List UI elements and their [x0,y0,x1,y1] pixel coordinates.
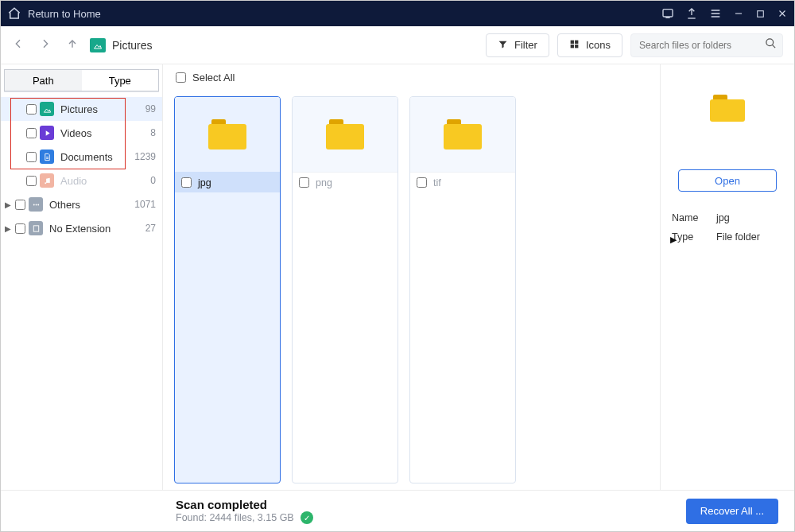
folder-thumb [175,97,280,172]
sidebar-item-count: 1239 [134,151,156,162]
main-panel: Select All jpg [163,64,661,490]
search-box[interactable] [630,33,783,57]
search-icon[interactable] [765,37,777,52]
menu-icon[interactable] [709,7,722,20]
app-window: Return to Home Pictures Filter [0,0,795,532]
svg-rect-12 [33,225,38,231]
filter-label: Filter [514,39,537,51]
checkbox[interactable] [26,176,37,186]
svg-point-7 [45,182,46,184]
svg-rect-2 [571,40,574,43]
folder-icon [326,119,364,150]
sidebar-item-others[interactable]: ▶ Others 1071 [1,192,162,216]
sidebar-item-documents[interactable]: Documents 1239 [1,145,162,169]
card-label: jpg [198,177,211,188]
card-label: png [316,177,332,188]
checkbox[interactable] [26,152,37,162]
sidebar-tabs: Path Type [4,69,159,92]
checkbox[interactable] [417,177,427,188]
sidebar-item-label: Videos [60,127,147,139]
svg-point-9 [33,204,34,205]
minimize-icon[interactable] [733,8,744,19]
caret-icon[interactable]: ▶ [4,224,12,233]
sidebar: Path Type Pictures 99 Videos 8 [1,64,163,490]
checkbox[interactable] [26,104,37,115]
open-button[interactable]: Open [678,169,777,192]
sidebar-item-label: Others [49,199,131,211]
sidebar-item-videos[interactable]: Videos 8 [1,121,162,145]
videos-icon [40,126,54,140]
toolbar: Pictures Filter Icons [1,26,794,64]
folder-card-png[interactable]: png [292,96,398,483]
checkbox[interactable] [15,223,25,234]
grid-icon [569,39,580,52]
nav-arrows [12,37,79,53]
select-all-row[interactable]: Select All [163,64,660,90]
checkbox[interactable] [26,128,37,138]
folder-icon [444,119,482,150]
tab-path[interactable]: Path [4,69,82,91]
share-icon[interactable] [685,7,698,20]
svg-rect-0 [663,10,673,17]
svg-point-6 [766,39,774,46]
svg-rect-3 [575,40,578,43]
details-type-key: Type [672,231,716,243]
details-name-val: jpg [716,212,783,223]
nav-up-icon[interactable] [66,37,79,53]
return-home-link[interactable]: Return to Home [28,8,101,20]
success-check-icon: ✓ [301,511,313,524]
expand-type-icon[interactable]: ▶ [670,235,677,245]
nav-back-icon[interactable] [12,37,25,53]
checkbox[interactable] [181,177,192,188]
nav-forward-icon[interactable] [39,37,52,53]
svg-point-10 [35,204,37,205]
folder-card-jpg[interactable]: jpg [174,96,281,483]
sidebar-item-count: 0 [150,175,156,186]
card-footer: tif [410,172,515,192]
checkbox[interactable] [15,200,25,210]
recover-all-button[interactable]: Recover All ... [686,499,778,524]
svg-rect-4 [571,45,574,48]
tab-type[interactable]: Type [82,69,160,91]
select-all-checkbox[interactable] [176,72,186,83]
sidebar-item-audio[interactable]: Audio 0 [1,169,162,192]
titlebar-left[interactable]: Return to Home [7,6,101,21]
details-panel: Open ▶ Name jpg Type File folder [661,64,794,490]
svg-rect-1 [758,10,764,17]
caret-icon[interactable]: ▶ [4,200,12,209]
folder-thumb [410,97,515,172]
folder-icon [710,95,745,122]
breadcrumb-label: Pictures [112,39,153,52]
close-icon[interactable] [777,8,788,19]
card-footer: png [293,172,398,192]
maximize-icon[interactable] [755,9,766,19]
card-footer: jpg [175,172,280,192]
breadcrumb[interactable]: Pictures [90,38,153,52]
audio-icon [40,173,54,188]
select-all-label: Select All [192,72,235,83]
checkbox[interactable] [299,177,309,188]
svg-point-11 [37,204,39,205]
sidebar-item-no-extension[interactable]: ▶ No Extension 27 [1,216,162,240]
filter-button[interactable]: Filter [486,33,549,57]
file-grid: jpg png [163,90,660,490]
sidebar-item-label: Audio [60,175,147,187]
details-kv: Name jpg Type File folder [672,212,783,243]
sidebar-item-count: 27 [145,223,156,234]
sidebar-item-pictures[interactable]: Pictures 99 [1,97,162,121]
view-icons-button[interactable]: Icons [557,33,622,57]
pictures-icon [40,102,54,116]
preview [710,95,745,122]
details-name-key: Name [672,212,716,223]
no-extension-icon [29,221,43,235]
view-icons-label: Icons [586,39,611,51]
folder-icon [208,119,246,150]
home-icon [7,6,21,21]
details-type-val: File folder [716,231,783,243]
folder-card-tif[interactable]: tif [409,96,516,483]
feedback-icon[interactable] [661,7,674,20]
sidebar-item-label: Pictures [60,103,142,115]
sidebar-item-label: Documents [60,151,131,163]
titlebar: Return to Home [1,1,794,26]
search-input[interactable] [639,40,758,51]
